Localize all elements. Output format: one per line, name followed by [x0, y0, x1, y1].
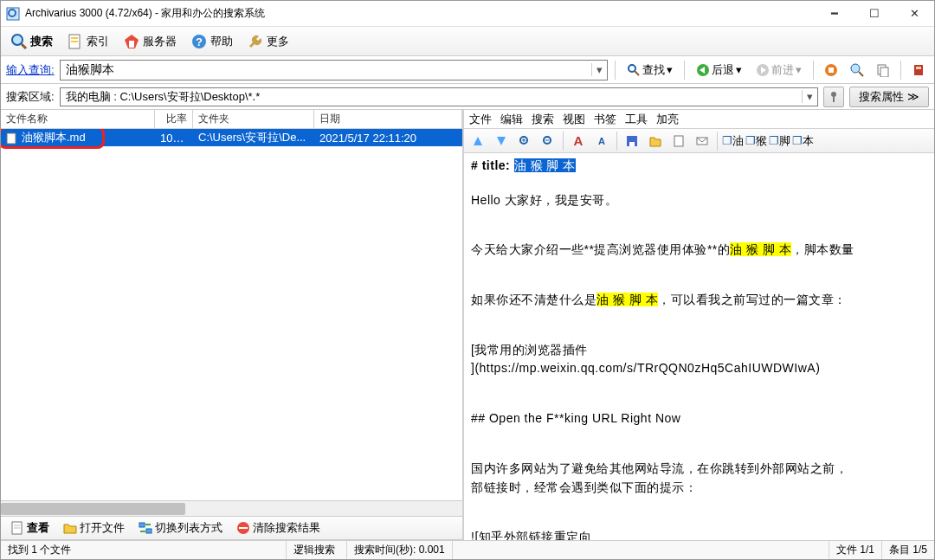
status-item: 条目 1/5 [882, 541, 934, 559]
maximize-button[interactable]: ☐ [854, 1, 894, 26]
status-found: 找到 1 个文件 [1, 541, 287, 559]
preview-pane[interactable]: # title: 油 猴 脚 本 Hello 大家好，我是安哥。 今天给大家介绍… [464, 153, 934, 540]
result-row[interactable]: 油猴脚本.md 100% C:\Users\安哥拉\De... 2021/5/1… [1, 129, 462, 146]
svg-rect-32 [146, 529, 152, 533]
view-label: 查看 [27, 520, 49, 536]
menu-file[interactable]: 文件 [469, 112, 492, 127]
doc-button[interactable] [668, 131, 689, 151]
stop-button[interactable] [821, 60, 842, 80]
toolbar-server-label: 服务器 [143, 34, 177, 49]
col-ratio[interactable]: 比率 [155, 110, 193, 128]
svg-point-11 [629, 65, 635, 72]
word2-button[interactable]: ❐猴 [745, 131, 766, 151]
svg-line-20 [859, 72, 863, 76]
folder-open-icon [63, 521, 77, 535]
magnifier-icon [627, 63, 641, 77]
toolbar-search[interactable]: 搜索 [4, 29, 59, 54]
col-date[interactable]: 日期 [314, 110, 462, 128]
menu-bookmark[interactable]: 书签 [594, 112, 616, 127]
folder-button[interactable] [645, 131, 666, 151]
query-combobox[interactable]: ▾ [60, 60, 608, 80]
app-icon [6, 7, 20, 21]
menu-search[interactable]: 搜索 [532, 112, 554, 127]
chevron-down-icon[interactable]: ▾ [591, 63, 607, 76]
forward-arrow-icon [756, 63, 770, 77]
word4-button[interactable]: ❐本 [792, 131, 813, 151]
switch-list-button[interactable]: 切换列表方式 [132, 517, 229, 539]
prev-up-button[interactable] [468, 131, 488, 151]
preview-selected-text: 油 猴 脚 本 [514, 158, 576, 172]
wrench-icon [247, 33, 264, 50]
switch-list-label: 切换列表方式 [155, 520, 222, 536]
font-smaller-button[interactable]: A [591, 131, 612, 151]
menu-highlight[interactable]: 加亮 [656, 112, 679, 127]
chevron-down-icon[interactable]: ▾ [802, 90, 817, 103]
query-input[interactable] [61, 61, 591, 79]
back-arrow-icon [696, 63, 710, 77]
view-result-button[interactable]: 查看 [4, 517, 55, 539]
find-button[interactable]: 查找 ▾ [622, 60, 677, 80]
preview-line: 部链接时，经常会遇到类似下面的提示： [471, 479, 927, 498]
svg-rect-5 [71, 37, 78, 39]
preview-highlight: 油 猴 脚 本 [730, 242, 791, 256]
preview-line: ，可以看我之前写过的一篇文章： [658, 293, 847, 306]
prev-down-button[interactable] [491, 131, 512, 151]
back-label: 后退 [712, 62, 734, 78]
preview-menubar: 文件 编辑 搜索 视图 书签 工具 加亮 [464, 110, 934, 129]
toolbar-more[interactable]: 更多 [241, 29, 295, 54]
toolbar-help[interactable]: ? 帮助 [184, 29, 239, 54]
preview-line: ## Open the F**king URL Right Now [471, 409, 927, 428]
toolbar-index-label: 索引 [87, 34, 109, 49]
svg-text:?: ? [196, 35, 203, 48]
horizontal-scrollbar[interactable] [1, 500, 462, 516]
help-icon: ? [190, 33, 208, 50]
search-attributes-label: 搜索属性 [859, 89, 904, 105]
minimize-button[interactable]: ━ [815, 1, 854, 26]
word3-button[interactable]: ❐脚 [769, 131, 790, 151]
close-button[interactable]: ✕ [894, 1, 934, 26]
back-button[interactable]: 后退 ▾ [692, 60, 746, 80]
word1-button[interactable]: ❐油 [722, 131, 743, 151]
save-button[interactable] [622, 131, 642, 151]
zoom-out-button[interactable] [538, 131, 558, 151]
zoom-in-button[interactable] [514, 131, 535, 151]
scope-input[interactable] [61, 88, 802, 105]
menu-edit[interactable]: 编辑 [500, 112, 523, 127]
open-file-button[interactable]: 打开文件 [57, 517, 131, 539]
book-button[interactable] [908, 60, 929, 80]
forward-button[interactable]: 前进 ▾ [751, 60, 806, 80]
toolbar-search-label: 搜索 [30, 34, 53, 49]
results-grid[interactable]: 油猴脚本.md 100% C:\Users\安哥拉\De... 2021/5/1… [1, 129, 462, 500]
col-folder[interactable]: 文件夹 [193, 110, 314, 128]
preview-line: ，脚本数量 [791, 242, 854, 256]
col-filename[interactable]: 文件名称 [1, 110, 155, 128]
list-switch-icon [139, 521, 152, 535]
chevron-down-icon[interactable]: ▾ [667, 63, 673, 76]
pin-button[interactable] [823, 87, 844, 107]
status-bar: 找到 1 个文件 逻辑搜索 搜索时间(秒): 0.001 文件 1/1 条目 1… [1, 540, 934, 559]
svg-rect-31 [139, 523, 145, 527]
toolbar-index[interactable]: 索引 [61, 29, 115, 54]
scope-combobox[interactable]: ▾ [60, 87, 818, 106]
chevron-down-icon[interactable]: ▾ [796, 63, 802, 76]
search-attributes-button[interactable]: 搜索属性 ≫ [849, 87, 929, 107]
view-button[interactable] [847, 60, 867, 80]
svg-marker-36 [497, 137, 506, 145]
main-toolbar: 搜索 索引 服务器 ? 帮助 更多 [1, 27, 934, 56]
svg-rect-22 [880, 68, 888, 77]
svg-line-3 [22, 44, 26, 48]
query-label[interactable]: 输入查询: [6, 62, 55, 78]
chevron-down-icon[interactable]: ▾ [736, 63, 742, 76]
preview-line: ](https://mp.weixin.qq.com/s/TRrQQN0zHq5… [471, 359, 927, 378]
clear-results-button[interactable]: 清除搜索结果 [230, 517, 326, 539]
copy-button[interactable] [873, 60, 893, 80]
preview-highlight: 油 猴 脚 本 [596, 293, 658, 306]
send-button[interactable] [692, 131, 713, 151]
status-time: 搜索时间(秒): 0.001 [347, 541, 453, 559]
toolbar-server[interactable]: 服务器 [117, 29, 183, 54]
menu-tools[interactable]: 工具 [625, 112, 648, 127]
svg-rect-44 [674, 136, 683, 146]
font-larger-button[interactable]: A [568, 131, 589, 151]
menu-view[interactable]: 视图 [563, 112, 585, 127]
no-entry-icon [236, 521, 250, 535]
